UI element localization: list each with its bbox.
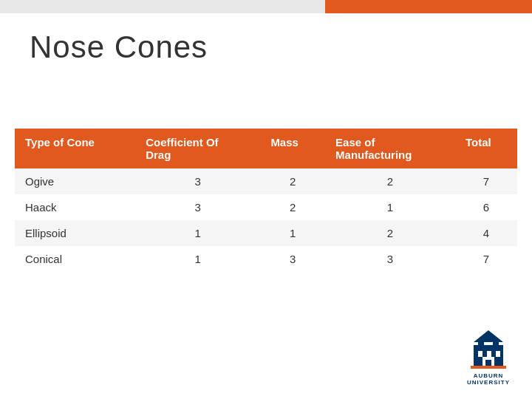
svg-rect-1 (478, 351, 482, 357)
table-cell: 1 (135, 246, 260, 272)
col-header-drag: Coefficient OfDrag (135, 129, 260, 168)
table-cell: 7 (455, 168, 517, 194)
col-header-type: Type of Cone (15, 129, 135, 168)
table-cell: 4 (455, 220, 517, 246)
table-cell: Haack (15, 194, 135, 220)
table-cell: 2 (325, 220, 455, 246)
table-cell: 2 (260, 168, 325, 194)
table-cell: Ellipsoid (15, 220, 135, 246)
table-container: Type of Cone Coefficient OfDrag Mass Eas… (15, 129, 517, 272)
table-cell: 7 (455, 246, 517, 272)
table-cell: Ogive (15, 168, 135, 194)
table-cell: 1 (325, 194, 455, 220)
col-header-total: Total (455, 129, 517, 168)
table-cell: 3 (325, 246, 455, 272)
table-cell: 1 (135, 220, 260, 246)
col-header-mass: Mass (260, 129, 325, 168)
table-row: Conical1337 (15, 246, 517, 272)
auburn-logo-icon (471, 330, 506, 370)
table-header-row: Type of Cone Coefficient OfDrag Mass Eas… (15, 129, 517, 168)
table-cell: 3 (135, 168, 260, 194)
svg-rect-8 (485, 360, 491, 366)
svg-rect-9 (480, 338, 482, 344)
col-header-ease: Ease ofManufacturing (325, 129, 455, 168)
svg-rect-3 (496, 351, 500, 357)
table-cell: 6 (455, 194, 517, 220)
top-bar-accent (325, 0, 532, 13)
table-row: Haack3216 (15, 194, 517, 220)
table-cell: 2 (260, 194, 325, 220)
table-cell: Conical (15, 246, 135, 272)
nose-cones-table: Type of Cone Coefficient OfDrag Mass Eas… (15, 129, 517, 272)
table-cell: 1 (260, 220, 325, 246)
svg-rect-2 (487, 351, 491, 357)
svg-marker-7 (474, 330, 503, 342)
logo-text-auburn: AUBURN UNIVERSITY (467, 372, 510, 386)
logo-area: AUBURN UNIVERSITY (467, 330, 510, 386)
table-cell: 3 (135, 194, 260, 220)
table-row: Ellipsoid1124 (15, 220, 517, 246)
table-row: Ogive3227 (15, 168, 517, 194)
table-cell: 3 (260, 246, 325, 272)
svg-rect-11 (471, 366, 506, 369)
table-cell: 2 (325, 168, 455, 194)
svg-rect-10 (494, 338, 497, 344)
top-bar (0, 0, 532, 13)
page-title: Nose Cones (30, 30, 208, 65)
